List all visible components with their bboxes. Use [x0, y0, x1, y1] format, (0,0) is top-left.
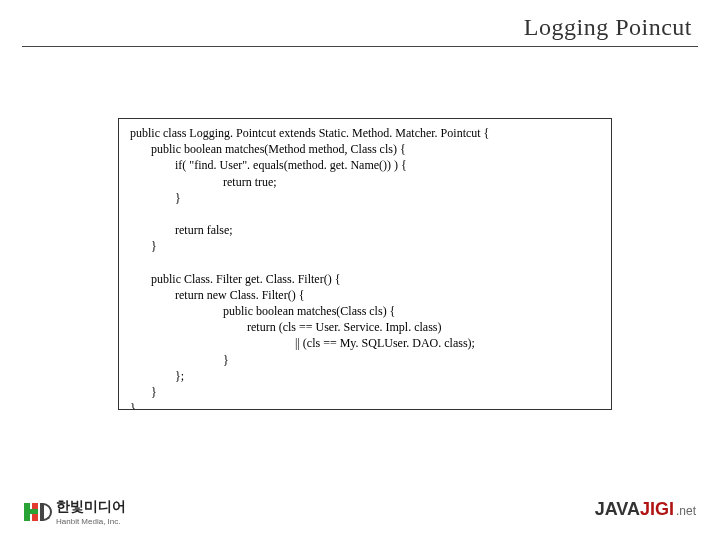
- code-line: return (cls == User. Service. Impl. clas…: [127, 320, 441, 334]
- code-line: || (cls == My. SQLUser. DAO. class);: [127, 336, 475, 350]
- code-line: if( "find. User". equals(method. get. Na…: [127, 158, 407, 172]
- publisher-logo: 한빛미디어 Hanbit Media, Inc.: [24, 497, 126, 526]
- site-logo-part2: JIGI: [640, 499, 674, 519]
- code-line: return true;: [127, 175, 277, 189]
- code-line: }: [127, 353, 229, 367]
- publisher-sub: Hanbit Media, Inc.: [56, 517, 126, 526]
- code-line: };: [127, 369, 184, 383]
- site-logo-part1: JAVA: [595, 499, 640, 519]
- code-line: public boolean matches(Method method, Cl…: [127, 142, 406, 156]
- code-block: public class Logging. Pointcut extends S…: [118, 118, 612, 410]
- code-line: }: [127, 401, 136, 410]
- code-line: public class Logging. Pointcut extends S…: [127, 126, 489, 140]
- page-title: Logging Poincut: [524, 14, 692, 41]
- site-logo: JAVAJIGI.net: [595, 499, 696, 520]
- code-line: }: [127, 191, 181, 205]
- title-divider: [22, 46, 698, 47]
- code-line: return false;: [127, 223, 233, 237]
- code-line: public boolean matches(Class cls) {: [127, 304, 395, 318]
- site-logo-suffix: .net: [676, 504, 696, 518]
- code-line: }: [127, 239, 157, 253]
- code-line: return new Class. Filter() {: [127, 288, 304, 302]
- hanbit-mark-icon: [24, 503, 52, 521]
- footer: 한빛미디어 Hanbit Media, Inc. JAVAJIGI.net: [24, 486, 696, 526]
- code-line: public Class. Filter get. Class. Filter(…: [127, 272, 340, 286]
- publisher-name: 한빛미디어: [56, 498, 126, 514]
- code-line: }: [127, 385, 157, 399]
